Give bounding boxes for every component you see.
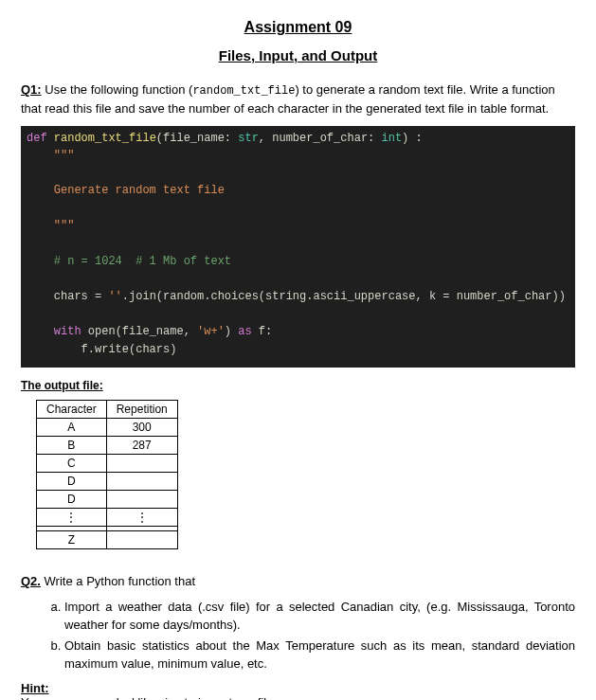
code-text: , number_of_char: [259, 132, 382, 145]
code-text [27, 325, 54, 338]
cell [106, 531, 177, 549]
output-table: Character Repetition A300 B287 C D D ⋮⋮ … [36, 400, 178, 549]
table-row: D [37, 491, 178, 509]
kw-with: with [54, 325, 81, 338]
code-text: chars = [27, 290, 108, 303]
cell: Z [37, 531, 107, 549]
cell: C [37, 455, 107, 473]
code-text: ) : [402, 132, 423, 145]
hint-text: You can use pandas' libraries to import … [21, 695, 575, 700]
output-file-label: The output file: [21, 379, 575, 392]
cell [106, 455, 177, 473]
q1-text-a: Use the following function ( [42, 82, 193, 97]
table-row: B287 [37, 437, 178, 455]
q1-code-block: def random_txt_file(file_name: str, numb… [21, 126, 575, 368]
string: '' [108, 290, 121, 303]
table-row: D [37, 473, 178, 491]
cell: ⋮ [106, 509, 177, 527]
q2-label: Q2. [21, 574, 41, 588]
cell: D [37, 473, 107, 491]
string: 'w+' [197, 325, 225, 338]
assignment-title: Assignment 09 [21, 19, 575, 36]
q2-subitems: Import a weather data (.csv file) for a … [21, 599, 575, 673]
docstring: """ [27, 219, 74, 232]
q2-prompt: Q2. Write a Python function that [21, 572, 575, 591]
table-row: C [37, 455, 178, 473]
table-header-row: Character Repetition [37, 401, 178, 419]
kw-def: def [27, 132, 47, 145]
code-text: ) [225, 325, 238, 338]
hint-label: Hint: [21, 681, 575, 695]
code-text: open(file_name, [81, 325, 197, 338]
docstring: Generate random text file [27, 184, 225, 197]
cell: 287 [106, 437, 177, 455]
col-repetition: Repetition [106, 401, 177, 419]
code-text: f.write(chars) [27, 343, 176, 356]
table-row: ⋮⋮ [37, 509, 178, 527]
cell: A [37, 419, 107, 437]
docstring: """ [27, 149, 74, 162]
cell: D [37, 491, 107, 509]
cell [106, 473, 177, 491]
assignment-subtitle: Files, Input, and Output [21, 47, 575, 63]
comment: # n = 1024 # 1 Mb of text [27, 255, 231, 268]
cell: ⋮ [37, 509, 107, 527]
q1-prompt: Q1: Use the following function (random_t… [21, 81, 575, 118]
fn-name: random_txt_file [47, 132, 156, 145]
cell: 300 [106, 419, 177, 437]
type-str: str [238, 132, 259, 145]
table-row: A300 [37, 419, 178, 437]
q2-item-b: Obtain basic statistics about the Max Te… [64, 637, 575, 673]
type-int: int [381, 132, 402, 145]
cell: B [37, 437, 107, 455]
cell [106, 491, 177, 509]
code-text: (file_name: [156, 132, 238, 145]
kw-as: as [238, 325, 251, 338]
hint-label-text: Hint: [21, 681, 49, 695]
q1-label: Q1: [21, 82, 42, 97]
q2-item-a: Import a weather data (.csv file) for a … [64, 599, 575, 635]
q1-inline-code: random_txt_file [192, 84, 295, 98]
q2-text: Write a Python function that [41, 574, 195, 588]
code-text: .join(random.choices(string.ascii_upperc… [122, 290, 566, 303]
table-row: Z [37, 531, 178, 549]
col-character: Character [37, 401, 107, 419]
code-text: f: [252, 325, 273, 338]
